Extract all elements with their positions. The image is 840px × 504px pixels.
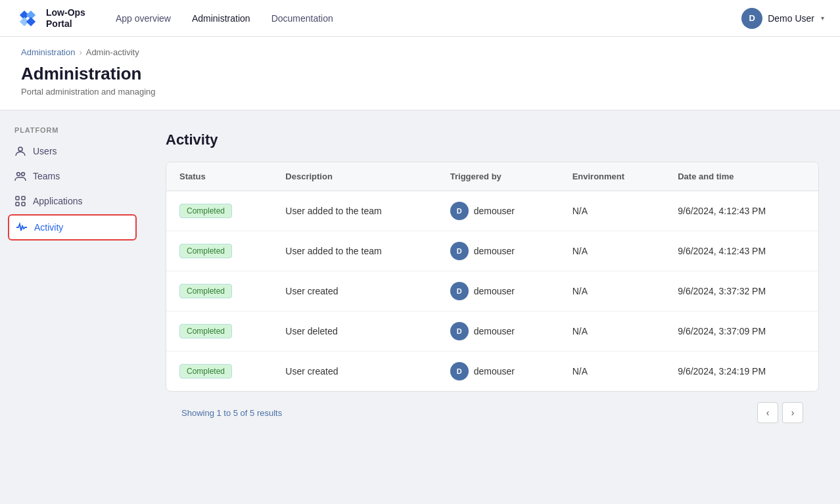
logo-text: Low-OpsPortal [46, 7, 85, 30]
status-badge: Completed [179, 364, 232, 378]
cell-description: User deleted [272, 311, 436, 352]
svg-point-5 [17, 173, 20, 176]
sidebar-users-label: Users [33, 146, 57, 156]
breadcrumb-admin[interactable]: Administration [21, 47, 75, 57]
table-row: Completed User created D demouser N/A 9/… [166, 352, 818, 392]
svg-point-4 [18, 147, 22, 151]
table-footer: Showing 1 to 5 of 5 results ‹ › [166, 392, 819, 434]
cell-environment: N/A [559, 191, 665, 231]
table-row: Completed User added to the team D demou… [166, 231, 818, 271]
cell-environment: N/A [559, 352, 665, 392]
content-title: Activity [166, 131, 819, 149]
activity-table-container: Status Description Triggered by Environm… [166, 162, 819, 392]
svg-point-6 [22, 173, 25, 176]
activity-table: Status Description Triggered by Environm… [166, 162, 818, 391]
sidebar-item-activity[interactable]: Activity [8, 214, 137, 241]
trigger-avatar: D [450, 282, 469, 300]
cell-status: Completed [166, 231, 272, 271]
logo[interactable]: Low-OpsPortal [16, 7, 85, 30]
trigger-avatar: D [450, 362, 469, 380]
team-icon [14, 170, 26, 182]
svg-rect-9 [16, 202, 19, 206]
col-status: Status [166, 162, 272, 191]
table-row: Completed User deleted D demouser N/A 9/… [166, 311, 818, 352]
app-icon [14, 195, 26, 207]
sidebar-apps-label: Applications [33, 196, 83, 206]
col-environment: Environment [559, 162, 665, 191]
table-row: Completed User added to the team D demou… [166, 191, 818, 231]
prev-page-button[interactable]: ‹ [757, 402, 778, 423]
cell-triggered-by: D demouser [437, 352, 559, 392]
nav-app-overview[interactable]: App overview [106, 8, 180, 29]
cell-date: 9/6/2024, 4:12:43 PM [665, 191, 818, 231]
cell-triggered-by: D demouser [437, 191, 559, 231]
cell-status: Completed [166, 311, 272, 352]
trigger-username: demouser [474, 206, 515, 216]
trigger-avatar: D [450, 202, 469, 220]
status-badge: Completed [179, 284, 232, 298]
breadcrumb: Administration › Admin-activity [21, 47, 819, 57]
cell-triggered-by: D demouser [437, 231, 559, 271]
cell-description: User created [272, 352, 436, 392]
activity-icon [16, 221, 28, 233]
trigger-avatar: D [450, 322, 469, 340]
nav-administration[interactable]: Administration [183, 8, 260, 29]
pagination-controls: ‹ › [757, 402, 803, 423]
sidebar-activity-label: Activity [34, 222, 63, 233]
cell-description: User created [272, 271, 436, 311]
user-menu[interactable]: D Demo User ▾ [741, 8, 824, 29]
top-navigation: Low-OpsPortal App overview Administratio… [0, 0, 840, 37]
page-header: Administration › Admin-activity Administ… [0, 37, 840, 110]
cell-date: 9/6/2024, 3:24:19 PM [665, 352, 818, 392]
user-icon [14, 145, 26, 157]
col-triggered-by: Triggered by [437, 162, 559, 191]
cell-environment: N/A [559, 231, 665, 271]
cell-date: 9/6/2024, 3:37:09 PM [665, 311, 818, 352]
page-subtitle: Portal administration and managing [21, 87, 819, 97]
table-row: Completed User created D demouser N/A 9/… [166, 271, 818, 311]
breadcrumb-separator: › [79, 47, 82, 57]
col-description: Description [272, 162, 436, 191]
breadcrumb-current: Admin-activity [86, 47, 139, 57]
trigger-username: demouser [474, 246, 515, 256]
cell-environment: N/A [559, 271, 665, 311]
trigger-username: demouser [474, 286, 515, 296]
next-page-button[interactable]: › [782, 402, 803, 423]
cell-description: User added to the team [272, 231, 436, 271]
col-date-time: Date and time [665, 162, 818, 191]
main-layout: PLATFORM Users Teams Applicatio [0, 110, 840, 504]
cell-description: User added to the team [272, 191, 436, 231]
sidebar-item-users[interactable]: Users [8, 139, 137, 163]
status-badge: Completed [179, 324, 232, 338]
svg-rect-8 [22, 196, 25, 200]
content-area: Activity Status Description Triggered by… [145, 110, 840, 504]
logo-icon [16, 7, 39, 30]
nav-documentation[interactable]: Documentation [262, 8, 342, 29]
sidebar-item-teams[interactable]: Teams [8, 164, 137, 188]
table-header-row: Status Description Triggered by Environm… [166, 162, 818, 191]
cell-status: Completed [166, 271, 272, 311]
cell-triggered-by: D demouser [437, 271, 559, 311]
cell-date: 9/6/2024, 4:12:43 PM [665, 231, 818, 271]
sidebar: PLATFORM Users Teams Applicatio [0, 110, 145, 504]
cell-environment: N/A [559, 311, 665, 352]
cell-date: 9/6/2024, 3:37:32 PM [665, 271, 818, 311]
svg-rect-10 [22, 202, 25, 206]
trigger-username: demouser [474, 326, 515, 336]
user-name: Demo User [768, 13, 814, 24]
sidebar-item-applications[interactable]: Applications [8, 189, 137, 213]
nav-links: App overview Administration Documentatio… [106, 8, 741, 29]
svg-rect-3 [26, 16, 35, 26]
svg-rect-7 [16, 196, 19, 200]
trigger-avatar: D [450, 242, 469, 260]
status-badge: Completed [179, 204, 232, 218]
status-badge: Completed [179, 244, 232, 258]
results-summary: Showing 1 to 5 of 5 results [181, 408, 282, 418]
cell-triggered-by: D demouser [437, 311, 559, 352]
page-title: Administration [21, 64, 819, 84]
chevron-down-icon: ▾ [821, 14, 824, 22]
cell-status: Completed [166, 352, 272, 392]
trigger-username: demouser [474, 366, 515, 377]
sidebar-teams-label: Teams [33, 171, 60, 181]
sidebar-section-label: PLATFORM [8, 126, 137, 134]
